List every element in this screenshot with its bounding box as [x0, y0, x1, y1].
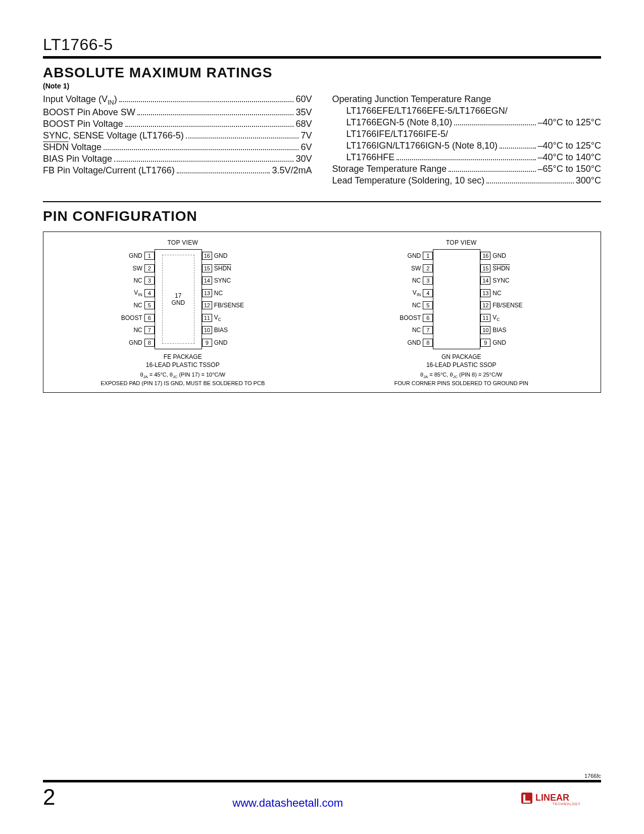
pin: 15SHDN	[480, 264, 528, 273]
pin: GND1	[116, 251, 155, 260]
rating-label: BIAS Pin Voltage	[43, 154, 112, 164]
rating-value: 30V	[295, 154, 312, 164]
pin-label: GND	[394, 339, 421, 346]
rating-value: –40°C to 125°C	[538, 141, 601, 151]
rating-label: BOOST Pin Voltage	[43, 119, 123, 129]
rating-value: 300°C	[576, 175, 601, 186]
pin-number: 5	[144, 301, 155, 309]
pin-number: 11	[202, 314, 212, 322]
pin-label: VIN	[394, 289, 421, 297]
linear-tech-logo: LINEAR TECHNOLOGY	[520, 790, 601, 810]
pin-package: TOP VIEWGND1SW2NC3VIN4NC5BOOST6NC7GND817…	[43, 232, 322, 392]
pin-label: SW	[116, 265, 142, 272]
rating-row: SHDN Voltage6V	[43, 142, 312, 153]
rating-row: BOOST Pin Above SW35V	[43, 107, 312, 118]
rating-label: SYNC, SENSE Voltage (LT1766-5)	[43, 130, 184, 141]
pin: BOOST6	[394, 313, 433, 322]
pin: 11VC	[202, 313, 250, 322]
pin-label: VC	[492, 314, 528, 322]
pin-label: BOOST	[394, 314, 421, 321]
pin-number: 3	[423, 276, 433, 285]
pin-label: GND	[214, 339, 250, 346]
thermal-note: θJA = 85°C, θJC (PIN 8) = 25°C/WFOUR COR…	[322, 371, 601, 387]
pin-label: BIAS	[214, 327, 250, 334]
pin-label: BOOST	[116, 314, 142, 321]
pin-number: 13	[202, 289, 212, 297]
pin: 9GND	[480, 338, 528, 347]
ratings-note: (Note 1)	[43, 82, 601, 90]
pin: NC3	[394, 276, 433, 285]
pin: 9GND	[202, 338, 250, 347]
pin-number: 14	[480, 276, 490, 285]
package-name: GN PACKAGE16-LEAD PLASTIC SSOP	[322, 353, 601, 369]
pin: VIN4	[394, 289, 433, 298]
pin-label: SYNC	[214, 277, 250, 284]
pin: 10BIAS	[480, 326, 528, 335]
rating-label: LT1766EGN-5 (Note 8,10)	[346, 117, 453, 128]
rating-row: LT1766EFE/LT1766EFE-5/LT1766EGN/	[332, 106, 602, 116]
leader-dots	[186, 137, 299, 138]
pin-number: 15	[480, 264, 490, 272]
pin: 13NC	[202, 289, 250, 298]
pin-label: NC	[116, 327, 142, 334]
rating-label: BOOST Pin Above SW	[43, 107, 135, 118]
top-view-label: TOP VIEW	[43, 239, 322, 246]
pin: BOOST6	[116, 313, 155, 322]
leader-dots	[500, 148, 536, 149]
package-name: FE PACKAGE16-LEAD PLASTIC TSSOP	[43, 353, 322, 369]
pin-config-box: TOP VIEWGND1SW2NC3VIN4NC5BOOST6NC7GND817…	[43, 231, 601, 393]
ic-body	[433, 249, 480, 349]
pin: 14SYNC	[202, 276, 250, 285]
svg-text:LINEAR: LINEAR	[535, 793, 569, 803]
rating-row: FB Pin Voltage/Current (LT1766)3.5V/2mA	[43, 165, 312, 176]
rating-value: –40°C to 125°C	[538, 117, 601, 128]
pin-number: 2	[144, 264, 155, 272]
leader-dots	[119, 101, 294, 102]
pin-label: GND	[214, 252, 250, 259]
pin: VIN4	[116, 289, 155, 298]
rating-label: LT1766IFE/LT1766IFE-5/	[346, 129, 448, 140]
pin: 11VC	[480, 313, 528, 322]
rating-row: LT1766EGN-5 (Note 8,10)–40°C to 125°C	[332, 117, 602, 128]
pin-label: BIAS	[492, 327, 528, 334]
pin-number: 6	[144, 314, 155, 322]
pin: 13NC	[480, 289, 528, 298]
leader-dots	[486, 182, 573, 183]
pin-label: NC	[394, 277, 421, 284]
leader-dots	[177, 172, 270, 173]
pin: SW2	[394, 264, 433, 273]
rating-value: 60V	[295, 94, 312, 105]
rating-row: BIAS Pin Voltage30V	[43, 154, 312, 164]
rating-value: 35V	[295, 107, 312, 118]
thermal-note: θJA = 45°C, θJC (PIN 17) = 10°C/WEXPOSED…	[43, 371, 322, 387]
rating-value: –40°C to 140°C	[538, 152, 601, 163]
rating-row: Operating Junction Temperature Range	[332, 94, 602, 105]
pin-number: 5	[423, 301, 433, 309]
leader-dots	[454, 124, 535, 125]
pin: GND8	[116, 338, 155, 347]
pin: NC3	[116, 276, 155, 285]
section-divider	[43, 201, 601, 202]
pin: GND8	[394, 338, 433, 347]
datasheet-url[interactable]: www.datasheetall.com	[232, 797, 343, 810]
pin: NC5	[394, 301, 433, 310]
rating-label: LT1766HFE	[346, 152, 395, 163]
pin-number: 1	[144, 252, 155, 260]
rating-value: 7V	[301, 130, 312, 141]
rating-label: LT1766EFE/LT1766EFE-5/LT1766EGN/	[346, 106, 508, 116]
pin-label: GND	[492, 252, 528, 259]
pin-number: 9	[480, 339, 490, 347]
pin-label: GND	[116, 252, 142, 259]
rating-value: 68V	[295, 119, 312, 129]
pin: SW2	[116, 264, 155, 273]
pin-number: 4	[144, 289, 155, 297]
pin-number: 7	[423, 326, 433, 334]
exposed-pad: 17GND	[162, 255, 194, 344]
leader-dots	[104, 149, 299, 150]
pin: 10BIAS	[202, 326, 250, 335]
pin-number: 16	[480, 252, 490, 260]
svg-text:TECHNOLOGY: TECHNOLOGY	[553, 802, 581, 806]
rating-row: Storage Temperature Range–65°C to 150°C	[332, 164, 602, 174]
pin: 12FB/SENSE	[480, 301, 528, 310]
pin-number: 4	[423, 289, 433, 297]
